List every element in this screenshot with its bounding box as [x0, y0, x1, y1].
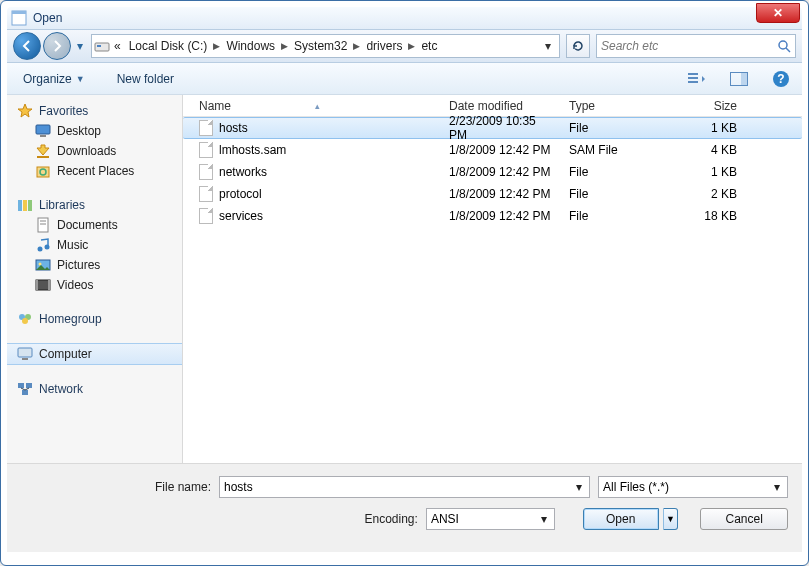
arrow-right-icon	[50, 39, 64, 53]
file-date: 1/8/2009 12:42 PM	[443, 165, 563, 179]
open-split-button[interactable]: ▼	[663, 508, 679, 530]
forward-button[interactable]	[43, 32, 71, 60]
preview-pane-button[interactable]	[728, 68, 750, 90]
sidebar-item-desktop[interactable]: Desktop	[7, 121, 182, 141]
file-name: services	[219, 209, 263, 223]
file-size: 4 KB	[673, 143, 743, 157]
search-input[interactable]: Search etc	[596, 34, 796, 58]
chevron-down-icon: ▼	[76, 74, 85, 84]
svg-rect-31	[48, 280, 50, 290]
crumb-overflow[interactable]: «	[110, 35, 125, 57]
nav-history-dropdown[interactable]: ▾	[73, 36, 87, 56]
videos-icon	[35, 277, 51, 293]
organize-button[interactable]: Organize ▼	[17, 70, 91, 88]
breadcrumb[interactable]: drivers	[362, 35, 406, 57]
file-name: hosts	[219, 121, 248, 135]
sidebar-item-network[interactable]: Network	[7, 379, 182, 399]
file-row[interactable]: services1/8/2009 12:42 PMFile18 KB	[183, 205, 802, 227]
chevron-right-icon[interactable]: ▶	[279, 41, 290, 51]
view-options-button[interactable]	[686, 68, 708, 90]
file-row[interactable]: lmhosts.sam1/8/2009 12:42 PMSAM File4 KB	[183, 139, 802, 161]
column-size[interactable]: Size	[673, 99, 743, 113]
file-filter-combo[interactable]: All Files (*.*) ▾	[598, 476, 788, 498]
computer-icon	[17, 346, 33, 362]
file-date: 1/8/2009 12:42 PM	[443, 143, 563, 157]
encoding-combo[interactable]: ANSI ▾	[426, 508, 555, 530]
svg-line-40	[21, 388, 25, 390]
back-button[interactable]	[13, 32, 41, 60]
file-name: networks	[219, 165, 267, 179]
pictures-icon	[35, 257, 51, 273]
chevron-down-icon[interactable]: ▾	[769, 480, 785, 494]
breadcrumb[interactable]: Windows	[222, 35, 279, 57]
breadcrumb[interactable]: System32	[290, 35, 351, 57]
refresh-button[interactable]	[566, 34, 590, 58]
help-button[interactable]: ?	[770, 68, 792, 90]
svg-point-34	[22, 318, 28, 324]
arrow-left-icon	[20, 39, 34, 53]
svg-rect-6	[688, 73, 698, 75]
chevron-right-icon[interactable]: ▶	[351, 41, 362, 51]
file-type: SAM File	[563, 143, 673, 157]
file-pane: Name▴ Date modified Type Size hosts2/23/…	[183, 95, 802, 463]
sidebar-item-recent[interactable]: Recent Places	[7, 161, 182, 181]
svg-rect-19	[18, 200, 22, 211]
close-icon: ✕	[773, 6, 783, 20]
chevron-right-icon[interactable]: ▶	[211, 41, 222, 51]
address-dropdown[interactable]: ▾	[539, 39, 557, 53]
svg-rect-22	[38, 218, 48, 232]
sidebar-item-documents[interactable]: Documents	[7, 215, 182, 235]
documents-icon	[35, 217, 51, 233]
filename-input[interactable]: hosts ▾	[219, 476, 590, 498]
search-placeholder: Search etc	[601, 39, 658, 53]
sidebar-group-libraries[interactable]: Libraries	[7, 195, 182, 215]
sort-asc-icon: ▴	[315, 101, 320, 111]
breadcrumb[interactable]: Local Disk (C:)	[125, 35, 212, 57]
svg-rect-1	[12, 11, 26, 14]
svg-rect-8	[688, 81, 698, 83]
sidebar-group-favorites[interactable]: Favorites	[7, 101, 182, 121]
file-row[interactable]: networks1/8/2009 12:42 PMFile1 KB	[183, 161, 802, 183]
file-row[interactable]: hosts2/23/2009 10:35 PMFile1 KB	[183, 117, 802, 139]
svg-rect-35	[18, 348, 32, 357]
new-folder-button[interactable]: New folder	[111, 70, 180, 88]
cancel-button[interactable]: Cancel	[700, 508, 788, 530]
file-icon	[199, 142, 213, 158]
file-row[interactable]: protocol1/8/2009 12:42 PMFile2 KB	[183, 183, 802, 205]
music-icon	[35, 237, 51, 253]
svg-rect-7	[688, 77, 698, 79]
sidebar-item-music[interactable]: Music	[7, 235, 182, 255]
svg-line-41	[25, 388, 29, 390]
file-type: File	[563, 209, 673, 223]
sidebar-item-videos[interactable]: Videos	[7, 275, 182, 295]
svg-line-5	[786, 48, 790, 52]
sidebar-item-computer[interactable]: Computer	[7, 343, 182, 365]
chevron-down-icon[interactable]: ▾	[571, 480, 587, 494]
chevron-right-icon[interactable]: ▶	[406, 41, 417, 51]
file-date: 1/8/2009 12:42 PM	[443, 209, 563, 223]
sidebar-item-homegroup[interactable]: Homegroup	[7, 309, 182, 329]
encoding-label: Encoding:	[21, 512, 418, 526]
chevron-down-icon: ▼	[666, 514, 675, 524]
sidebar-item-pictures[interactable]: Pictures	[7, 255, 182, 275]
column-type[interactable]: Type	[563, 99, 673, 113]
file-date: 2/23/2009 10:35 PM	[443, 114, 563, 142]
column-name[interactable]: Name▴	[193, 99, 443, 113]
file-icon	[199, 120, 213, 136]
file-type: File	[563, 187, 673, 201]
chevron-down-icon[interactable]: ▾	[536, 512, 552, 526]
address-bar[interactable]: « Local Disk (C:)▶ Windows▶ System32▶ dr…	[91, 34, 560, 58]
close-button[interactable]: ✕	[756, 3, 800, 23]
drive-icon	[94, 38, 110, 54]
column-date[interactable]: Date modified	[443, 99, 563, 113]
file-size: 2 KB	[673, 187, 743, 201]
file-icon	[199, 186, 213, 202]
breadcrumb[interactable]: etc	[417, 35, 441, 57]
libraries-icon	[17, 197, 33, 213]
navbar: ▾ « Local Disk (C:)▶ Windows▶ System32▶ …	[7, 29, 802, 63]
sidebar-item-downloads[interactable]: Downloads	[7, 141, 182, 161]
open-button[interactable]: Open	[583, 508, 659, 530]
svg-rect-36	[22, 358, 28, 360]
file-icon	[199, 164, 213, 180]
svg-rect-16	[37, 156, 49, 158]
